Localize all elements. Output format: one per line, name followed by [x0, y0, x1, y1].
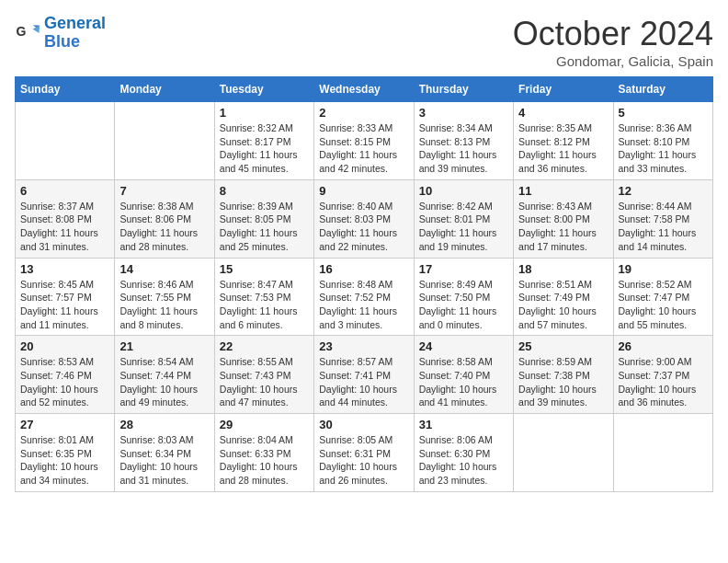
- day-cell: 7Sunrise: 8:38 AM Sunset: 8:06 PM Daylig…: [115, 179, 214, 258]
- day-cell: 14Sunrise: 8:46 AM Sunset: 7:55 PM Dayli…: [115, 258, 214, 336]
- day-number: 7: [119, 184, 209, 198]
- day-info: Sunrise: 8:43 AM Sunset: 8:00 PM Dayligh…: [518, 200, 608, 254]
- day-cell: 20Sunrise: 8:53 AM Sunset: 7:46 PM Dayli…: [16, 336, 115, 414]
- day-number: 23: [319, 339, 408, 353]
- day-number: 13: [20, 262, 109, 276]
- day-number: 8: [220, 184, 309, 198]
- logo-text: General Blue: [44, 15, 106, 52]
- day-number: 12: [619, 184, 708, 198]
- week-row-0: 1Sunrise: 8:32 AM Sunset: 8:17 PM Daylig…: [16, 102, 713, 180]
- day-cell: 16Sunrise: 8:48 AM Sunset: 7:52 PM Dayli…: [314, 258, 414, 336]
- day-info: Sunrise: 8:34 AM Sunset: 8:13 PM Dayligh…: [419, 121, 508, 176]
- day-number: 3: [419, 106, 508, 120]
- day-cell: [514, 414, 613, 492]
- day-cell: 23Sunrise: 8:57 AM Sunset: 7:41 PM Dayli…: [314, 336, 414, 414]
- day-number: 27: [20, 418, 109, 431]
- day-info: Sunrise: 8:03 AM Sunset: 6:34 PM Dayligh…: [119, 433, 209, 488]
- day-cell: 8Sunrise: 8:39 AM Sunset: 8:05 PM Daylig…: [214, 179, 313, 258]
- month-title: October 2024: [513, 15, 713, 53]
- day-number: 1: [220, 106, 309, 120]
- day-cell: 3Sunrise: 8:34 AM Sunset: 8:13 PM Daylig…: [414, 102, 513, 180]
- day-info: Sunrise: 8:05 AM Sunset: 6:31 PM Dayligh…: [319, 433, 408, 488]
- logo-line2: Blue: [44, 32, 80, 51]
- day-number: 26: [619, 339, 708, 353]
- day-number: 17: [419, 262, 508, 276]
- day-info: Sunrise: 8:47 AM Sunset: 7:53 PM Dayligh…: [220, 278, 309, 332]
- day-cell: 24Sunrise: 8:58 AM Sunset: 7:40 PM Dayli…: [414, 336, 513, 414]
- day-info: Sunrise: 8:55 AM Sunset: 7:43 PM Dayligh…: [220, 355, 309, 409]
- day-number: 2: [319, 106, 408, 120]
- day-cell: [613, 414, 712, 492]
- day-number: 24: [419, 339, 508, 353]
- day-info: Sunrise: 9:00 AM Sunset: 7:37 PM Dayligh…: [619, 355, 708, 409]
- day-cell: 1Sunrise: 8:32 AM Sunset: 8:17 PM Daylig…: [214, 102, 313, 180]
- day-info: Sunrise: 8:42 AM Sunset: 8:01 PM Dayligh…: [419, 200, 508, 254]
- day-cell: 13Sunrise: 8:45 AM Sunset: 7:57 PM Dayli…: [16, 258, 115, 336]
- day-number: 5: [619, 106, 708, 120]
- day-cell: 19Sunrise: 8:52 AM Sunset: 7:47 PM Dayli…: [613, 258, 712, 336]
- calendar-body: 1Sunrise: 8:32 AM Sunset: 8:17 PM Daylig…: [16, 102, 713, 492]
- day-info: Sunrise: 8:33 AM Sunset: 8:15 PM Dayligh…: [319, 121, 408, 176]
- location-subtitle: Gondomar, Galicia, Spain: [513, 53, 713, 69]
- header-cell-monday: Monday: [115, 77, 214, 102]
- day-info: Sunrise: 8:54 AM Sunset: 7:44 PM Dayligh…: [119, 355, 209, 409]
- day-number: 21: [119, 339, 209, 353]
- logo: G General Blue: [15, 15, 106, 52]
- week-row-2: 13Sunrise: 8:45 AM Sunset: 7:57 PM Dayli…: [16, 258, 713, 336]
- day-cell: 15Sunrise: 8:47 AM Sunset: 7:53 PM Dayli…: [214, 258, 313, 336]
- day-number: 18: [518, 262, 608, 276]
- day-cell: 2Sunrise: 8:33 AM Sunset: 8:15 PM Daylig…: [314, 102, 414, 180]
- day-info: Sunrise: 8:57 AM Sunset: 7:41 PM Dayligh…: [319, 355, 408, 409]
- day-info: Sunrise: 8:36 AM Sunset: 8:10 PM Dayligh…: [619, 121, 708, 176]
- day-cell: 18Sunrise: 8:51 AM Sunset: 7:49 PM Dayli…: [514, 258, 613, 336]
- day-info: Sunrise: 8:06 AM Sunset: 6:30 PM Dayligh…: [419, 433, 508, 488]
- day-info: Sunrise: 8:35 AM Sunset: 8:12 PM Dayligh…: [518, 121, 608, 176]
- day-number: 29: [220, 418, 309, 431]
- day-info: Sunrise: 8:58 AM Sunset: 7:40 PM Dayligh…: [419, 355, 508, 409]
- day-cell: 27Sunrise: 8:01 AM Sunset: 6:35 PM Dayli…: [16, 414, 115, 492]
- day-cell: 22Sunrise: 8:55 AM Sunset: 7:43 PM Dayli…: [214, 336, 313, 414]
- day-cell: [16, 102, 115, 180]
- week-row-3: 20Sunrise: 8:53 AM Sunset: 7:46 PM Dayli…: [16, 336, 713, 414]
- day-number: 15: [220, 262, 309, 276]
- day-number: 14: [119, 262, 209, 276]
- day-info: Sunrise: 8:44 AM Sunset: 7:58 PM Dayligh…: [619, 200, 708, 254]
- header-cell-wednesday: Wednesday: [314, 77, 414, 102]
- header-cell-tuesday: Tuesday: [214, 77, 313, 102]
- day-number: 9: [319, 184, 408, 198]
- svg-text:G: G: [16, 24, 26, 39]
- day-info: Sunrise: 8:46 AM Sunset: 7:55 PM Dayligh…: [119, 278, 209, 332]
- day-number: 22: [220, 339, 309, 353]
- day-number: 28: [119, 418, 209, 431]
- header-row: SundayMondayTuesdayWednesdayThursdayFrid…: [16, 77, 713, 102]
- day-number: 30: [319, 418, 408, 431]
- day-cell: 6Sunrise: 8:37 AM Sunset: 8:08 PM Daylig…: [16, 179, 115, 258]
- week-row-4: 27Sunrise: 8:01 AM Sunset: 6:35 PM Dayli…: [16, 414, 713, 492]
- day-cell: 28Sunrise: 8:03 AM Sunset: 6:34 PM Dayli…: [115, 414, 214, 492]
- day-cell: [115, 102, 214, 180]
- day-cell: 10Sunrise: 8:42 AM Sunset: 8:01 PM Dayli…: [414, 179, 513, 258]
- day-cell: 12Sunrise: 8:44 AM Sunset: 7:58 PM Dayli…: [613, 179, 712, 258]
- day-number: 11: [518, 184, 608, 198]
- day-cell: 4Sunrise: 8:35 AM Sunset: 8:12 PM Daylig…: [514, 102, 613, 180]
- day-number: 6: [20, 184, 109, 198]
- day-number: 25: [518, 339, 608, 353]
- page-header: G General Blue October 2024 Gondomar, Ga…: [15, 15, 713, 69]
- week-row-1: 6Sunrise: 8:37 AM Sunset: 8:08 PM Daylig…: [16, 179, 713, 258]
- day-number: 19: [619, 262, 708, 276]
- day-cell: 9Sunrise: 8:40 AM Sunset: 8:03 PM Daylig…: [314, 179, 414, 258]
- header-cell-thursday: Thursday: [414, 77, 513, 102]
- day-number: 10: [419, 184, 508, 198]
- day-number: 31: [419, 418, 508, 431]
- day-info: Sunrise: 8:48 AM Sunset: 7:52 PM Dayligh…: [319, 278, 408, 332]
- header-cell-sunday: Sunday: [16, 77, 115, 102]
- day-info: Sunrise: 8:52 AM Sunset: 7:47 PM Dayligh…: [619, 278, 708, 332]
- day-info: Sunrise: 8:49 AM Sunset: 7:50 PM Dayligh…: [419, 278, 508, 332]
- day-info: Sunrise: 8:01 AM Sunset: 6:35 PM Dayligh…: [20, 433, 109, 488]
- day-info: Sunrise: 8:04 AM Sunset: 6:33 PM Dayligh…: [220, 433, 309, 488]
- day-cell: 21Sunrise: 8:54 AM Sunset: 7:44 PM Dayli…: [115, 336, 214, 414]
- day-info: Sunrise: 8:53 AM Sunset: 7:46 PM Dayligh…: [20, 355, 109, 409]
- day-info: Sunrise: 8:39 AM Sunset: 8:05 PM Dayligh…: [220, 200, 309, 254]
- day-number: 4: [518, 106, 608, 120]
- day-info: Sunrise: 8:45 AM Sunset: 7:57 PM Dayligh…: [20, 278, 109, 332]
